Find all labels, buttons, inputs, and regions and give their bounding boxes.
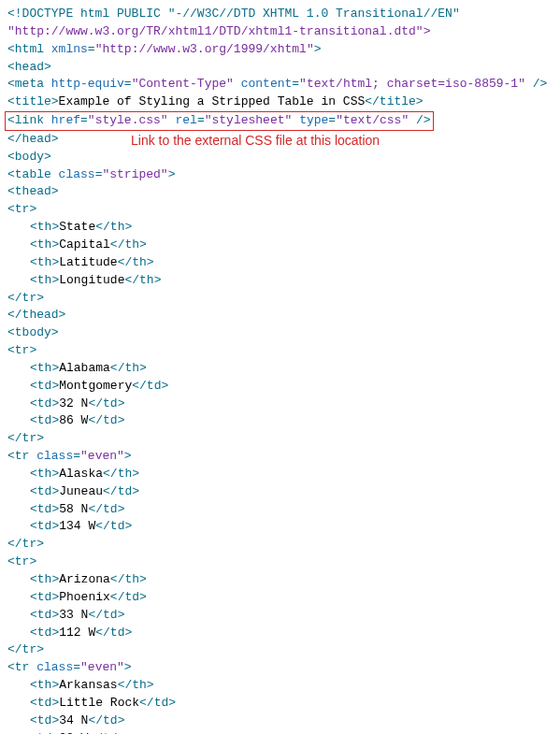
- cell-th: <th>Alaska</th>: [7, 466, 553, 483]
- html-open: <html xmlns="http://www.w3.org/1999/xhtm…: [7, 41, 553, 59]
- meta-line: <meta http-equiv="Content-Type" content=…: [7, 76, 553, 94]
- body-open: <body>: [7, 149, 553, 166]
- cell-td: <td>134 W</td>: [7, 518, 553, 536]
- title-line: <title>Example of Styling a Stripped Tab…: [7, 94, 553, 111]
- th-longitude: <th>Longitude</th>: [7, 272, 553, 290]
- cell-td: <td>86 W</td>: [7, 412, 553, 430]
- cell-td: <td>34 N</td>: [7, 712, 553, 730]
- tbody-open: <tbody>: [7, 324, 553, 342]
- cell-td: <td>Little Rock</td>: [7, 695, 553, 712]
- cell-td: <td>33 N</td>: [7, 607, 553, 625]
- th-latitude: <th>Latitude</th>: [7, 254, 553, 272]
- tr-open: <tr>: [7, 554, 553, 571]
- dtd-url-line: "http://www.w3.org/TR/xhtml1/DTD/xhtml1-…: [7, 23, 553, 41]
- cell-td: <td>Montgomery</td>: [7, 378, 553, 396]
- tr-open: <tr>: [7, 201, 553, 219]
- cell-td: <td>32 N</td>: [7, 396, 553, 413]
- code-block: <!DOCTYPE html PUBLIC "-//W3C//DTD XHTML…: [7, 6, 553, 734]
- cell-td: <td>Juneau</td>: [7, 483, 553, 501]
- tr-open: <tr>: [7, 342, 553, 360]
- thead-close: </thead>: [7, 307, 553, 324]
- th-state: <th>State</th>: [7, 219, 553, 237]
- table-open: <table class="striped">: [7, 166, 553, 184]
- cell-th: <th>Alabama</th>: [7, 360, 553, 378]
- cell-td: <td>Phoenix</td>: [7, 589, 553, 607]
- tr-close: </tr>: [7, 641, 553, 659]
- cell-td: <td>58 N</td>: [7, 501, 553, 519]
- cell-td: <td>112 W</td>: [7, 625, 553, 642]
- thead-open: <thead>: [7, 183, 553, 201]
- tr-open-even: <tr class="even">: [7, 448, 553, 466]
- tr-close: </tr>: [7, 430, 553, 448]
- annotation-text: Link to the external CSS file at this lo…: [131, 131, 380, 150]
- th-capital: <th>Capital</th>: [7, 237, 553, 254]
- doctype-line: <!DOCTYPE html PUBLIC "-//W3C//DTD XHTML…: [7, 6, 553, 23]
- highlight-box: <link href="style.css" rel="stylesheet" …: [5, 111, 434, 131]
- head-open: <head>: [7, 59, 553, 77]
- tr-open-even: <tr class="even">: [7, 659, 553, 677]
- tr-close: </tr>: [7, 290, 553, 308]
- cell-th: <th>Arkansas</th>: [7, 677, 553, 695]
- tr-close: </tr>: [7, 536, 553, 554]
- link-line: <link href="style.css" rel="stylesheet" …: [7, 111, 553, 131]
- cell-td: <td>92 W</td>: [7, 730, 553, 734]
- cell-th: <th>Arizona</th>: [7, 571, 553, 589]
